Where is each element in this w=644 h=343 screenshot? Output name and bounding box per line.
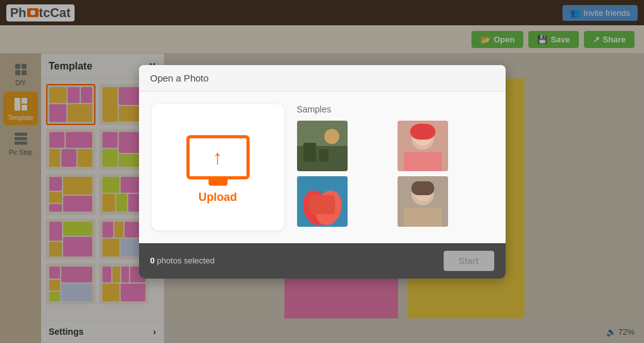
photos-count: 0	[150, 256, 155, 265]
upload-area[interactable]: ↑ Upload	[152, 104, 284, 231]
svg-rect-17	[404, 152, 442, 171]
sample-outdoor-svg	[297, 121, 348, 171]
modal-body: ↑ Upload Samples	[139, 92, 506, 243]
svg-rect-19	[410, 124, 435, 140]
sample-image-4[interactable]	[398, 176, 448, 227]
open-photo-modal: Open a Photo ↑ Upload Samples	[139, 65, 506, 279]
modal-footer: 0 photos selected Start	[139, 243, 506, 279]
modal-overlay: Open a Photo ↑ Upload Samples	[0, 0, 644, 343]
start-button[interactable]: Start	[444, 251, 494, 271]
sample-woman-svg	[398, 176, 448, 227]
sample-hands-svg	[297, 176, 348, 227]
upload-label: Upload	[198, 191, 237, 204]
svg-rect-14	[319, 149, 329, 162]
samples-grid	[297, 121, 493, 227]
sample-girl-svg	[398, 121, 448, 171]
upload-icon-container: ↑	[183, 131, 253, 184]
svg-rect-28	[411, 181, 434, 195]
samples-title: Samples	[297, 104, 493, 114]
samples-area: Samples	[297, 104, 493, 231]
svg-rect-23	[310, 195, 335, 214]
svg-rect-13	[303, 143, 316, 162]
upload-monitor-icon: ↑	[186, 135, 250, 179]
upload-arrow-icon: ↑	[213, 147, 223, 167]
photos-selected-count: 0 photos selected	[150, 256, 215, 265]
sample-image-2[interactable]	[398, 121, 448, 171]
sample-image-3[interactable]	[297, 176, 348, 227]
sample-image-1[interactable]	[297, 121, 348, 171]
modal-header: Open a Photo	[139, 65, 506, 92]
svg-rect-26	[404, 208, 442, 227]
svg-point-12	[324, 129, 339, 144]
modal-title: Open a Photo	[150, 73, 209, 83]
photos-selected-label: photos selected	[157, 256, 214, 265]
